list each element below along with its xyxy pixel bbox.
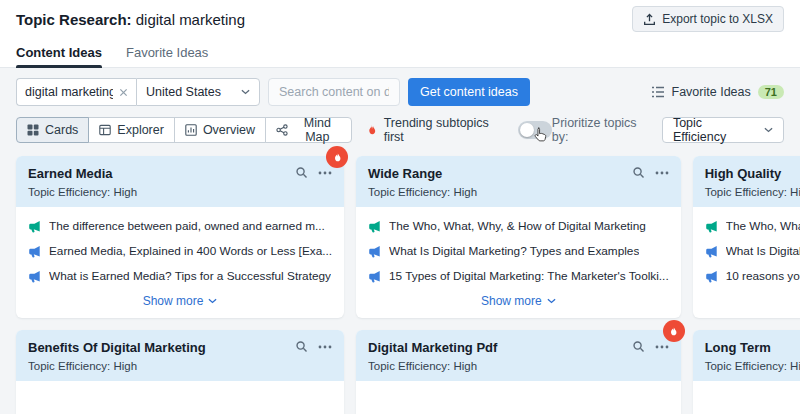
topic-card-digital-marketing-pdf: Digital Marketing Pdf Topic Efficiency: … (356, 330, 681, 414)
view-label: Cards (45, 123, 78, 137)
megaphone-teal (368, 220, 381, 233)
headline-list: The difference between paid, owned and e… (28, 219, 332, 283)
cards-icon (27, 124, 39, 136)
headline-item[interactable]: The Who, What, Why, & How of Digital Mar… (705, 219, 800, 233)
headline-item[interactable]: What Is Digital Marketing? Types and Exa… (368, 244, 669, 258)
headline-item[interactable]: What is Earned Media? Tips for a Success… (28, 269, 332, 283)
headline-item[interactable]: 15 Types of Digital Marketing: The Marke… (368, 269, 669, 283)
headline-text: The Who, What, Why, & How of Digital Mar… (726, 219, 800, 233)
content-area: United States Get content ideas Favorite… (0, 68, 800, 414)
show-more-link[interactable]: Show more (368, 294, 669, 308)
tab-bar: Content IdeasFavorite Ideas (0, 38, 800, 68)
trending-control: Trending subtopics first (366, 116, 552, 144)
view-switcher: Cards Explorer Overview Mind Map (16, 117, 352, 143)
keyword-input[interactable] (25, 85, 113, 99)
tab-label: Favorite Ideas (126, 45, 208, 60)
favorites-count-badge: 71 (758, 85, 784, 99)
headline-item[interactable]: What Is Digital Marketing? Types and Exa… (705, 244, 800, 258)
tab-content-ideas[interactable]: Content Ideas (16, 38, 102, 67)
prioritize-control: Prioritize topics by: Topic Efficiency (552, 116, 784, 144)
prioritize-select-value: Topic Efficiency (673, 116, 756, 144)
country-select-value: United States (146, 85, 221, 99)
headline-list: The Who, What, Why, & How of Digital Mar… (368, 219, 669, 283)
show-more-link[interactable]: Show more (28, 294, 332, 308)
favorite-ideas-link[interactable]: Favorite Ideas 71 (651, 85, 784, 99)
card-efficiency: Topic Efficiency: High (28, 360, 332, 372)
card-search-icon[interactable] (632, 340, 645, 353)
topic-card-high-quality: High Quality Topic Efficiency: High The … (693, 156, 800, 318)
get-content-ideas-button[interactable]: Get content ideas (408, 78, 530, 106)
clear-keyword-button[interactable] (119, 88, 128, 97)
megaphone-blue (28, 270, 41, 283)
card-body: The difference between paid, owned and e… (16, 207, 344, 318)
show-more-link[interactable]: Show more (705, 294, 800, 308)
card-header: High Quality Topic Efficiency: High (693, 156, 800, 207)
header: Topic Research: digital marketing Export… (0, 0, 800, 38)
view-button-overview[interactable]: Overview (174, 117, 266, 143)
export-icon (643, 13, 656, 26)
view-button-explorer[interactable]: Explorer (88, 117, 175, 143)
megaphone-teal (705, 220, 718, 233)
headline-text: What Is Digital Marketing? Types and Exa… (389, 244, 639, 258)
search-row: United States Get content ideas Favorite… (16, 78, 784, 106)
export-xlsx-button[interactable]: Export topic to XLSX (632, 6, 784, 32)
card-search-icon[interactable] (295, 166, 308, 179)
tab-favorite-ideas[interactable]: Favorite Ideas (126, 38, 208, 67)
card-menu-icon[interactable] (318, 171, 332, 175)
card-search-icon[interactable] (632, 166, 645, 179)
headline-text: The difference between paid, owned and e… (49, 219, 325, 233)
view-button-mind-map[interactable]: Mind Map (265, 117, 352, 143)
prioritize-label: Prioritize topics by: (552, 116, 654, 144)
card-efficiency: Topic Efficiency: High (705, 360, 800, 372)
headline-list: The Who, What, Why, & How of Digital Mar… (705, 219, 800, 283)
chevron-down-icon (547, 298, 556, 304)
keyword-input-group (16, 78, 136, 106)
view-label: Explorer (117, 123, 164, 137)
show-more-label: Show more (481, 294, 542, 308)
close-icon (119, 88, 128, 97)
card-body (16, 381, 344, 414)
headline-item[interactable]: The difference between paid, owned and e… (28, 219, 332, 233)
card-search-icon[interactable] (295, 340, 308, 353)
headline-text: Earned Media, Explained in 400 Words or … (49, 244, 332, 258)
card-efficiency: Topic Efficiency: High (28, 186, 332, 198)
view-button-cards[interactable]: Cards (16, 117, 89, 143)
topic-card-earned-media: Earned Media Topic Efficiency: High The … (16, 156, 344, 318)
view-label: Overview (203, 123, 255, 137)
mindmap-icon (276, 124, 288, 136)
chevron-down-icon (241, 89, 250, 95)
topic-card-wide-range: Wide Range Topic Efficiency: High The Wh… (356, 156, 681, 318)
card-header: Digital Marketing Pdf Topic Efficiency: … (356, 330, 681, 381)
chevron-down-icon (764, 127, 773, 133)
topic-card-benefits-of-digital-marketing: Benefits Of Digital Marketing Topic Effi… (16, 330, 344, 414)
megaphone-blue (705, 270, 718, 283)
headline-text: 10 reasons you need a digital marketing … (726, 269, 800, 283)
card-title: Earned Media (28, 166, 113, 181)
explorer-icon (99, 124, 111, 136)
show-more-label: Show more (143, 294, 204, 308)
topic-research-app: Topic Research: digital marketing Export… (0, 0, 800, 414)
card-body: The Who, What, Why, & How of Digital Mar… (693, 207, 800, 318)
card-header: Earned Media Topic Efficiency: High (16, 156, 344, 207)
card-efficiency: Topic Efficiency: High (368, 186, 669, 198)
cards-grid: Earned Media Topic Efficiency: High The … (16, 156, 784, 414)
country-select[interactable]: United States (136, 78, 260, 106)
list-icon (651, 86, 665, 98)
page-title-label: Topic Research: (16, 11, 132, 28)
card-header: Wide Range Topic Efficiency: High (356, 156, 681, 207)
trending-flame-badge (326, 146, 348, 168)
trending-flame-badge (663, 320, 685, 342)
card-header: Long Term Topic Efficiency: High (693, 330, 800, 381)
domain-search-input[interactable] (268, 78, 400, 106)
card-body (356, 381, 681, 414)
card-menu-icon[interactable] (655, 171, 669, 175)
headline-item[interactable]: The Who, What, Why, & How of Digital Mar… (368, 219, 669, 233)
toolbar-row: Cards Explorer Overview Mind Map Trendin… (16, 116, 784, 144)
card-header: Benefits Of Digital Marketing Topic Effi… (16, 330, 344, 381)
headline-item[interactable]: 10 reasons you need a digital marketing … (705, 269, 800, 283)
favorite-ideas-label: Favorite Ideas (672, 85, 751, 99)
card-menu-icon[interactable] (318, 345, 332, 349)
prioritize-select[interactable]: Topic Efficiency (662, 117, 784, 143)
card-menu-icon[interactable] (655, 345, 669, 349)
headline-item[interactable]: Earned Media, Explained in 400 Words or … (28, 244, 332, 258)
